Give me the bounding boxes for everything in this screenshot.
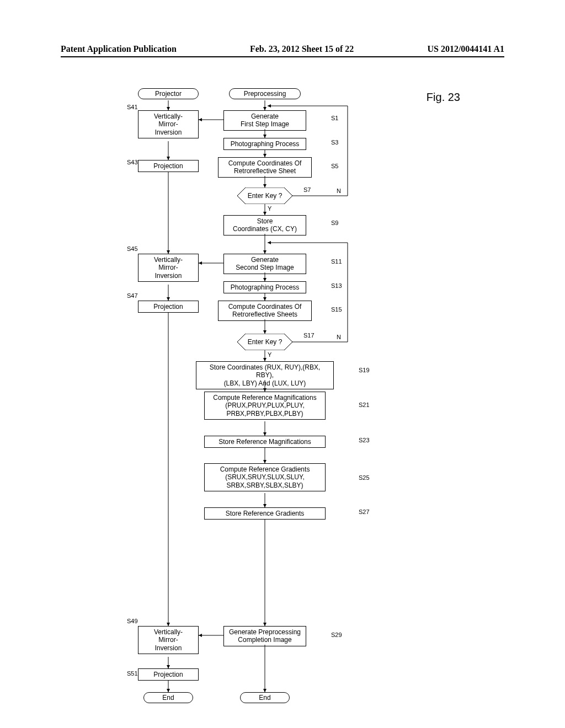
label-s43: S43: [127, 159, 138, 165]
label-s3: S3: [331, 139, 338, 146]
yes-s7: Y: [268, 205, 271, 212]
label-s7: S7: [303, 186, 311, 193]
step-s23: Store Reference Magnifications: [204, 436, 326, 448]
label-s41: S41: [127, 104, 138, 110]
label-s45: S45: [127, 245, 138, 252]
label-s21: S21: [359, 402, 370, 408]
step-s5: Compute Coordinates Of Retroreflective S…: [218, 157, 312, 178]
label-s9: S9: [331, 220, 338, 226]
step-s27: Store Reference Gradients: [204, 507, 326, 520]
preprocessing-start: Preprocessing: [229, 88, 301, 99]
label-s1: S1: [331, 115, 338, 121]
label-s17: S17: [303, 332, 315, 339]
label-s5: S5: [331, 163, 338, 169]
figure-label: Fig. 23: [427, 91, 460, 104]
decision-s17-text: Enter Key ?: [248, 338, 282, 346]
label-s23: S23: [359, 437, 370, 443]
preprocessing-end: End: [240, 692, 290, 703]
label-s49: S49: [127, 618, 138, 624]
label-s27: S27: [359, 508, 370, 515]
step-s15: Compute Coordinates Of Retroreflective S…: [218, 301, 312, 321]
step-s13: Photographing Process: [223, 281, 306, 293]
header-right: US 2012/0044141 A1: [427, 44, 504, 54]
label-s13: S13: [331, 282, 342, 289]
projector-end: End: [143, 692, 193, 703]
step-s1: Generate First Step Image: [223, 110, 306, 131]
step-s9: Store Coordinates (CX, CY): [223, 215, 306, 235]
label-s29: S29: [331, 631, 342, 638]
step-s29: Generate Preprocessing Completion Image: [223, 626, 306, 646]
header-left: Patent Application Publication: [61, 44, 177, 54]
step-s51: Projection: [138, 668, 199, 681]
label-s51: S51: [127, 670, 138, 677]
no-s7: N: [337, 188, 341, 194]
step-s49: Vertically- Mirror- Inversion: [138, 626, 199, 654]
label-s25: S25: [359, 474, 370, 481]
step-s43: Projection: [138, 160, 199, 172]
decision-s17: Enter Key ?: [232, 334, 298, 350]
label-s19: S19: [359, 367, 370, 373]
projector-start: Projector: [138, 88, 199, 99]
step-s3: Photographing Process: [223, 138, 306, 150]
step-s21: Compute Reference Magnifications (PRUX,P…: [204, 392, 326, 420]
step-s19: Store Coordinates (RUX, RUY),(RBX, RBY),…: [196, 361, 334, 389]
label-s15: S15: [331, 306, 342, 313]
step-s41: Vertically- Mirror- Inversion: [138, 110, 199, 138]
label-s11: S11: [331, 258, 342, 265]
step-s11: Generate Second Step Image: [223, 254, 306, 274]
step-s25: Compute Reference Gradients (SRUX,SRUY,S…: [204, 463, 326, 491]
step-s47: Projection: [138, 301, 199, 313]
header-center: Feb. 23, 2012 Sheet 15 of 22: [250, 44, 354, 54]
no-s17: N: [337, 334, 341, 340]
label-s47: S47: [127, 292, 138, 299]
decision-s7-text: Enter Key ?: [248, 192, 282, 200]
step-s45: Vertically- Mirror- Inversion: [138, 254, 199, 282]
yes-s17: Y: [268, 351, 271, 358]
page-header: Patent Application Publication Feb. 23, …: [61, 44, 504, 57]
decision-s7: Enter Key ?: [232, 188, 298, 204]
